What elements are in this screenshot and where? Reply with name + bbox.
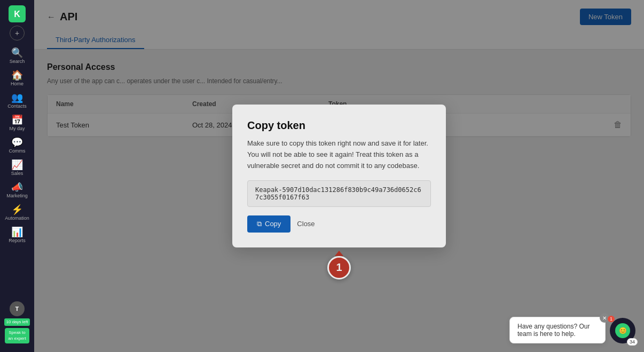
chat-buttons: 1 😊 34 bbox=[610, 318, 635, 343]
calendar-icon: 📅 bbox=[11, 115, 23, 125]
sidebar-item-myday[interactable]: 📅 My day bbox=[0, 112, 34, 134]
add-button[interactable]: + bbox=[10, 26, 25, 41]
step-number: 1 bbox=[327, 256, 351, 279]
automation-icon: ⚡ bbox=[11, 205, 23, 214]
close-button[interactable]: Close bbox=[295, 215, 317, 232]
main-content: ← API New Token Third-Party Authorizatio… bbox=[34, 0, 644, 352]
speak-to-expert-button[interactable]: Speak to an expert bbox=[5, 328, 29, 343]
sidebar-item-reports[interactable]: 📊 Reports bbox=[0, 224, 34, 246]
home-icon: 🏠 bbox=[11, 70, 23, 80]
copy-token-modal: Copy token Make sure to copy this token … bbox=[232, 105, 446, 247]
svg-text:😊: 😊 bbox=[619, 326, 627, 334]
trial-badge: 10 days left bbox=[4, 318, 30, 326]
chat-img-badge: 34 bbox=[627, 338, 638, 346]
contacts-icon: 👥 bbox=[11, 93, 23, 102]
token-display: Keapak-5907d10dac131286f830b9c49a736d065… bbox=[247, 180, 431, 207]
sidebar-item-sales[interactable]: 📈 Sales bbox=[0, 157, 34, 179]
chat-bubble: ✕ Have any questions? Our team is here t… bbox=[509, 317, 606, 343]
app-logo: K bbox=[7, 4, 27, 23]
copy-button[interactable]: ⧉ Copy bbox=[247, 215, 290, 233]
modal-overlay[interactable]: Copy token Make sure to copy this token … bbox=[34, 0, 644, 352]
modal-title: Copy token bbox=[247, 119, 431, 132]
chat-icon: 😊 bbox=[615, 323, 630, 338]
sidebar-item-marketing[interactable]: 📣 Marketing bbox=[0, 179, 34, 202]
reports-icon: 📊 bbox=[11, 227, 23, 237]
svg-text:K: K bbox=[14, 10, 20, 19]
marketing-icon: 📣 bbox=[11, 182, 23, 192]
sales-icon: 📈 bbox=[11, 160, 23, 170]
sidebar-item-comms[interactable]: 💬 Comms bbox=[0, 134, 34, 157]
step-arrow bbox=[335, 251, 343, 256]
comms-icon: 💬 bbox=[11, 138, 23, 147]
sidebar-item-contacts[interactable]: 👥 Contacts bbox=[0, 90, 34, 112]
user-avatar[interactable]: T bbox=[10, 301, 25, 316]
sidebar: K + 🔍 Search 🏠 Home 👥 Contacts 📅 My day … bbox=[0, 0, 34, 352]
sidebar-item-automation[interactable]: ⚡ Automation bbox=[0, 202, 34, 224]
step-indicator-container: 1 bbox=[327, 251, 351, 279]
modal-description: Make sure to copy this token right now a… bbox=[247, 138, 431, 171]
sidebar-item-home[interactable]: 🏠 Home bbox=[0, 67, 34, 90]
sidebar-bottom: T 10 days left Speak to an expert bbox=[4, 301, 30, 348]
copy-icon: ⧉ bbox=[257, 220, 262, 228]
chat-widget: ✕ Have any questions? Our team is here t… bbox=[509, 317, 635, 343]
modal-actions: ⧉ Copy Close 1 bbox=[247, 215, 431, 233]
chat-badge: 1 bbox=[608, 316, 615, 322]
chat-avatar-button[interactable]: 1 😊 34 bbox=[610, 318, 635, 343]
search-icon: 🔍 bbox=[11, 48, 23, 58]
sidebar-item-search[interactable]: 🔍 Search bbox=[0, 45, 34, 67]
